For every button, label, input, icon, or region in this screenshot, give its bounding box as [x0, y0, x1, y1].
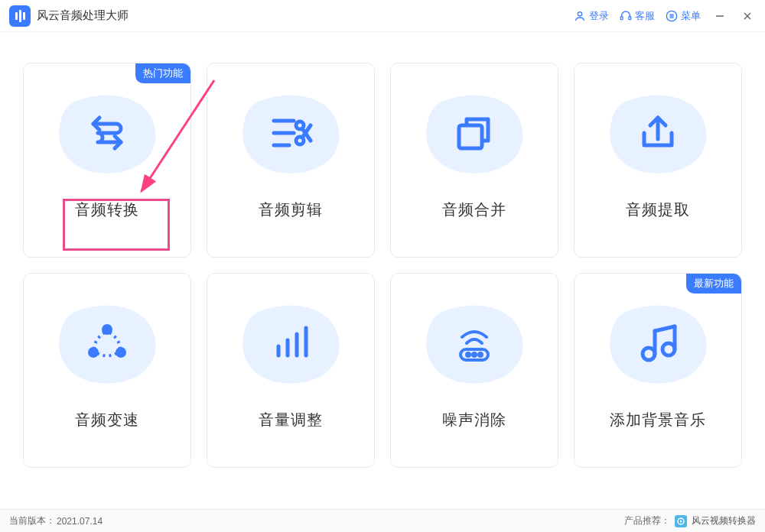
- wifi-device-icon: [450, 319, 499, 368]
- merge-squares-icon: [450, 109, 499, 157]
- card-audio-merge[interactable]: 音频合并: [390, 63, 558, 258]
- titlebar-actions: 登录 客服 菜单: [574, 8, 756, 24]
- close-button[interactable]: [739, 8, 756, 24]
- speed-nodes-icon: [83, 319, 132, 368]
- svg-point-21: [117, 349, 125, 356]
- svg-rect-2: [629, 16, 631, 19]
- titlebar: 风云音频处理大师 登录 客服 菜单: [0, 0, 765, 32]
- convert-arrows-icon: [83, 109, 132, 157]
- svg-rect-17: [459, 125, 482, 148]
- card-icon-wrap: [239, 89, 343, 177]
- headset-icon: [620, 10, 632, 22]
- menu-list-icon: [666, 10, 678, 22]
- music-note-icon: [633, 319, 682, 368]
- version-value: 2021.07.14: [57, 516, 103, 527]
- svg-point-29: [479, 353, 482, 356]
- new-badge: 最新功能: [686, 274, 741, 294]
- card-icon-wrap: [607, 89, 710, 177]
- card-add-bgm[interactable]: 最新功能 添加背景音乐: [574, 273, 742, 468]
- user-icon: [574, 10, 586, 22]
- export-up-icon: [633, 109, 682, 157]
- card-label: 音频剪辑: [259, 200, 323, 220]
- card-label: 音量调整: [259, 410, 323, 430]
- footer: 当前版本： 2021.07.14 产品推荐： 风云视频转换器: [0, 509, 765, 532]
- minimize-icon: [715, 11, 724, 21]
- card-label: 音频提取: [626, 200, 690, 220]
- svg-line-34: [655, 326, 675, 331]
- card-label: 音频合并: [442, 200, 506, 220]
- menu-button[interactable]: 菜单: [666, 9, 701, 23]
- card-icon-wrap: [239, 299, 343, 387]
- card-label: 添加背景音乐: [610, 410, 706, 430]
- card-icon-wrap: [607, 299, 710, 387]
- card-icon-wrap: [423, 89, 526, 177]
- card-audio-convert[interactable]: 热门功能 音频转换: [23, 63, 191, 258]
- card-icon-wrap: [56, 89, 159, 177]
- card-label: 音频转换: [75, 200, 139, 220]
- svg-point-20: [90, 349, 97, 356]
- card-label: 噪声消除: [442, 410, 506, 430]
- recommend-label: 产品推荐：: [624, 514, 670, 527]
- feature-grid: 热门功能 音频转换: [0, 32, 765, 483]
- card-icon-wrap: [56, 299, 159, 387]
- recommend-product-link[interactable]: 风云视频转换器: [692, 514, 756, 527]
- card-audio-extract[interactable]: 音频提取: [574, 63, 742, 258]
- card-audio-edit[interactable]: 音频剪辑: [207, 63, 375, 258]
- close-icon: [743, 11, 752, 21]
- svg-point-28: [473, 353, 476, 356]
- version-label: 当前版本：: [9, 514, 55, 527]
- scissors-icon: [266, 109, 315, 157]
- card-icon-wrap: [423, 299, 526, 387]
- support-button[interactable]: 客服: [620, 9, 655, 23]
- login-button[interactable]: 登录: [574, 9, 609, 23]
- card-label: 音频变速: [75, 410, 139, 430]
- app-title: 风云音频处理大师: [37, 8, 129, 23]
- card-volume-adjust[interactable]: 音量调整: [207, 273, 375, 468]
- card-noise-removal[interactable]: 噪声消除: [390, 273, 558, 468]
- svg-rect-1: [620, 16, 623, 19]
- recommend-product-icon: [675, 515, 687, 527]
- volume-bars-icon: [266, 319, 315, 368]
- minimize-button[interactable]: [711, 8, 728, 24]
- card-audio-speed[interactable]: 音频变速: [23, 273, 191, 468]
- app-logo-icon: [9, 5, 31, 27]
- hot-badge: 热门功能: [135, 63, 190, 83]
- svg-point-0: [578, 11, 581, 15]
- svg-point-27: [467, 353, 470, 356]
